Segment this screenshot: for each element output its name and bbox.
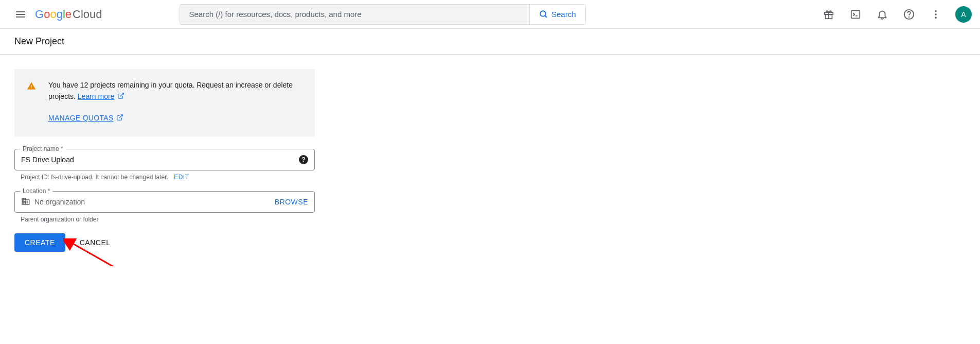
svg-point-9 <box>935 10 937 12</box>
manage-quotas-link[interactable]: MANAGE QUOTAS <box>48 114 114 122</box>
svg-point-11 <box>935 16 937 19</box>
external-link-icon <box>117 91 124 102</box>
help-icon <box>903 9 915 20</box>
terminal-icon <box>850 9 861 20</box>
hamburger-icon <box>14 8 27 21</box>
project-name-label: Project name * <box>20 145 66 152</box>
project-name-help-icon[interactable]: ? <box>299 155 308 164</box>
gift-button[interactable] <box>817 3 840 26</box>
page-title: New Project <box>14 36 966 47</box>
avatar[interactable]: A <box>955 6 972 23</box>
header: Google Cloud Search A <box>0 0 980 29</box>
location-helper: Parent organization or folder <box>14 216 315 223</box>
search-button-label: Search <box>551 10 576 19</box>
search-bar: Search <box>180 4 586 25</box>
logo[interactable]: Google Cloud <box>35 8 102 21</box>
menu-button[interactable] <box>8 2 33 27</box>
help-button[interactable] <box>898 3 920 26</box>
bell-icon <box>877 9 888 20</box>
warning-icon <box>27 79 36 124</box>
svg-line-1 <box>545 15 547 18</box>
quota-notice: You have 12 projects remaining in your q… <box>14 69 315 136</box>
notifications-button[interactable] <box>871 3 894 26</box>
gift-icon <box>823 9 834 20</box>
svg-rect-5 <box>851 10 860 18</box>
content: You have 12 projects remaining in your q… <box>0 55 329 266</box>
location-field: Location * No organization BROWSE <box>14 191 315 213</box>
search-button[interactable]: Search <box>529 5 585 24</box>
cloud-shell-button[interactable] <box>844 3 867 26</box>
svg-point-10 <box>935 13 937 15</box>
logo-cloud-text: Cloud <box>73 8 102 21</box>
more-vert-icon <box>930 9 941 20</box>
button-row: CREATE CANCEL <box>14 233 315 252</box>
notice-body: You have 12 projects remaining in your q… <box>48 79 302 124</box>
learn-more-link[interactable]: Learn more <box>78 92 115 100</box>
create-button[interactable]: CREATE <box>14 233 65 252</box>
project-id-helper: Project ID: fs-drive-upload. It cannot b… <box>14 174 315 181</box>
search-icon <box>539 10 548 19</box>
project-name-input[interactable] <box>21 156 299 164</box>
edit-project-id-link[interactable]: EDIT <box>174 174 189 181</box>
logo-google-text: Google <box>35 8 72 21</box>
project-id-text: Project ID: fs-drive-upload. It cannot b… <box>21 174 168 181</box>
svg-point-0 <box>540 11 546 16</box>
organization-icon <box>21 197 30 208</box>
browse-button[interactable]: BROWSE <box>275 198 308 206</box>
location-label: Location * <box>20 187 52 195</box>
more-button[interactable] <box>924 3 947 26</box>
svg-point-8 <box>909 16 910 17</box>
search-input[interactable] <box>180 5 529 24</box>
notice-text-line: You have 12 projects remaining in your q… <box>48 79 302 103</box>
location-value: No organization <box>34 198 275 206</box>
project-name-field: Project name * ? <box>14 149 315 170</box>
header-actions: A <box>817 3 972 26</box>
page-title-row: New Project <box>0 29 980 55</box>
external-link-icon <box>116 113 123 124</box>
avatar-initial: A <box>961 10 966 19</box>
cancel-button[interactable]: CANCEL <box>76 233 115 252</box>
